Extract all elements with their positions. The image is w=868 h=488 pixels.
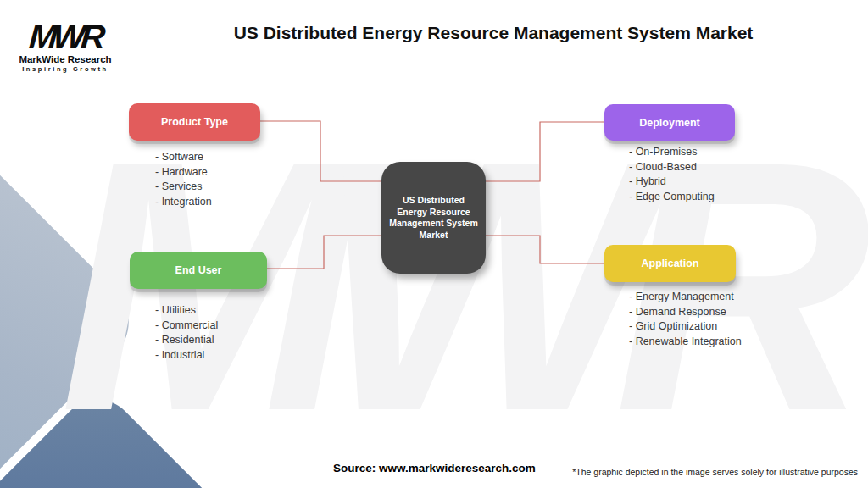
- center-node-line: Management System: [389, 218, 477, 230]
- deployment-box: Deployment: [604, 104, 735, 141]
- product-type-items: - Software - Hardware - Services - Integ…: [155, 150, 212, 209]
- infographic-canvas: MWR MWR MarkWide Research Inspiring Grow…: [0, 0, 868, 488]
- list-item: - Industrial: [155, 348, 218, 363]
- product-type-label: Product Type: [161, 116, 228, 128]
- logo-company-name: MarkWide Research: [15, 54, 115, 64]
- list-item: - Cloud-Based: [629, 160, 715, 175]
- logo-mwr-mark: MWR: [14, 20, 117, 53]
- center-node-line: US Distributed: [403, 195, 465, 207]
- logo-tagline: Inspiring Growth: [15, 65, 115, 73]
- list-item: - On-Premises: [629, 145, 715, 160]
- connector-deployment: [486, 122, 604, 181]
- deployment-items: - On-Premises - Cloud-Based - Hybrid - E…: [629, 145, 715, 204]
- end-user-label: End User: [175, 264, 222, 276]
- application-items: - Energy Management - Demand Response - …: [629, 290, 742, 349]
- source-text: Source: www.markwideresearch.com: [333, 462, 536, 474]
- list-item: - Residential: [155, 333, 218, 348]
- list-item: - Utilities: [155, 303, 218, 319]
- list-item: - Services: [155, 180, 212, 195]
- product-type-box: Product Type: [129, 103, 260, 141]
- connector-end-user: [267, 236, 381, 269]
- application-box: Application: [604, 245, 736, 282]
- disclaimer-text: *The graphic depicted in the image serve…: [572, 467, 858, 477]
- markwide-research-logo: MWR MarkWide Research Inspiring Growth: [15, 20, 115, 73]
- list-item: - Hybrid: [629, 175, 715, 190]
- center-node-line: Energy Resource: [397, 207, 470, 219]
- connector-product-type: [260, 121, 381, 181]
- list-item: - Integration: [155, 195, 212, 210]
- page-title: US Distributed Energy Resource Managemen…: [119, 23, 868, 43]
- center-node: US Distributed Energy Resource Managemen…: [381, 162, 486, 274]
- list-item: - Demand Response: [629, 305, 742, 320]
- center-node-line: Market: [420, 230, 448, 241]
- application-label: Application: [641, 258, 698, 269]
- deployment-label: Deployment: [639, 117, 700, 129]
- list-item: - Grid Optimization: [629, 319, 742, 335]
- list-item: - Renewable Integration: [629, 335, 742, 350]
- connector-application: [486, 236, 604, 263]
- list-item: - Hardware: [155, 165, 212, 180]
- list-item: - Edge Computing: [629, 190, 715, 205]
- list-item: - Software: [155, 150, 212, 165]
- list-item: - Energy Management: [629, 290, 742, 305]
- end-user-box: End User: [130, 252, 267, 289]
- list-item: - Commercial: [155, 319, 218, 334]
- end-user-items: - Utilities - Commercial - Residential -…: [155, 303, 218, 363]
